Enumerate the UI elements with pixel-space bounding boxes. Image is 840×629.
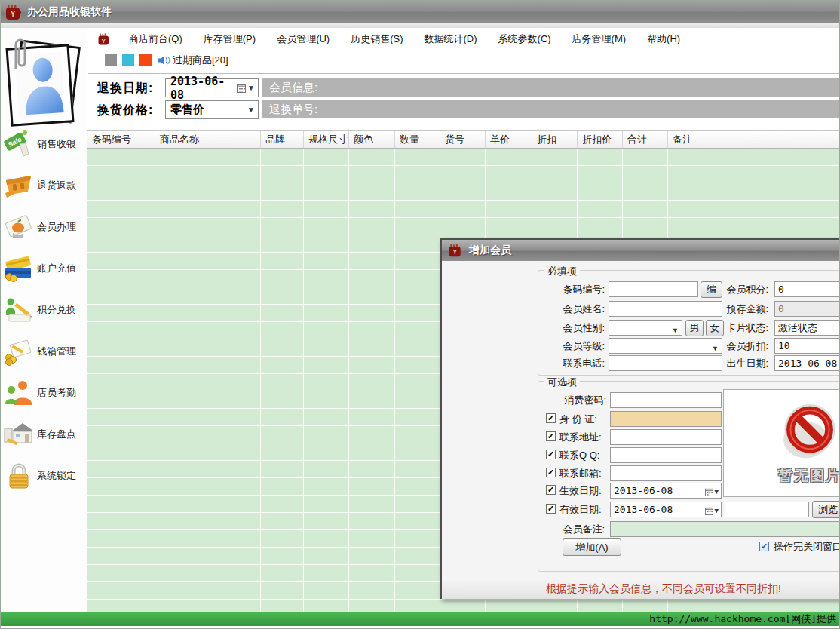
menu-item-system-params[interactable]: 系统参数(C) (491, 30, 559, 48)
card-status-input[interactable]: 激活状态 (774, 320, 840, 336)
member-discount-input[interactable]: 10 (774, 338, 840, 354)
calendar-dropdown-icon[interactable]: ▼ (237, 84, 255, 93)
add-member-button[interactable]: 增加(A) (563, 538, 621, 556)
table-cell (261, 478, 304, 495)
dialog-titlebar[interactable]: Y 增加会员 (442, 240, 840, 261)
table-cell (304, 253, 349, 269)
menu-item-store-manage[interactable]: 店务管理(M) (565, 30, 634, 48)
orange-swatch-icon[interactable] (139, 54, 152, 66)
column-header-3[interactable]: 品牌 (261, 131, 304, 148)
table-cell (87, 443, 155, 460)
calendar-dropdown-icon[interactable]: ▼ (705, 485, 719, 499)
sidebar-item-points-exchange[interactable]: 积分兑换 (2, 290, 86, 330)
member-name-input[interactable] (609, 301, 722, 317)
cyan-swatch-icon[interactable] (122, 54, 134, 66)
column-header-11[interactable]: 合计 (623, 131, 668, 148)
table-cell (304, 391, 349, 408)
sidebar-item-account-recharge[interactable]: 账户充值 (2, 249, 86, 288)
consume-password-input[interactable] (610, 392, 722, 408)
gray-swatch-icon[interactable] (105, 54, 117, 66)
table-cell (349, 218, 395, 235)
window-titlebar[interactable]: Y 办公用品收银软件 (1, 1, 840, 23)
menu-item-members[interactable]: 会员管理(U) (269, 30, 337, 48)
contact-qq-input[interactable] (610, 447, 722, 463)
table-cell (349, 166, 395, 183)
table-row (87, 218, 840, 235)
calendar-dropdown-icon[interactable]: ▼ (705, 504, 719, 518)
table-cell (261, 530, 304, 547)
barcode-input[interactable] (609, 281, 698, 297)
valid-date-label: 有效日期: (559, 502, 602, 517)
table-cell (440, 149, 486, 165)
contact-phone-input[interactable] (609, 355, 722, 371)
table-cell (395, 357, 440, 373)
sidebar-item-stock-check[interactable]: 库存盘点 (2, 415, 86, 454)
member-points-label: 会员积分: (714, 281, 768, 297)
valid-date-input[interactable]: 2013-06-08 ▼ (610, 502, 722, 517)
table-cell (395, 218, 440, 235)
expired-items-label[interactable]: 过期商品[20] (173, 54, 228, 67)
sidebar-item-staff-attendance[interactable]: 店员考勤 (2, 373, 86, 413)
menu-item-statistics[interactable]: 数据统计(D) (417, 30, 485, 48)
column-header-8[interactable]: 单价 (486, 131, 532, 148)
table-cell (395, 166, 440, 183)
column-header-1[interactable]: 条码编号 (87, 131, 155, 148)
column-header-5[interactable]: 颜色 (349, 131, 395, 148)
table-cell (304, 287, 349, 304)
contact-email-input[interactable] (610, 465, 722, 481)
sidebar-item-return-refund[interactable]: 退货返款 (2, 166, 86, 205)
member-level-select[interactable]: ▼ (609, 338, 722, 354)
table-cell (440, 218, 486, 235)
contact-address-input[interactable] (610, 429, 722, 445)
sidebar-item-sales-checkout[interactable]: Sale 销售收银 (2, 124, 86, 164)
table-cell (261, 600, 304, 612)
effective-date-input[interactable]: 2013-06-08 ▼ (610, 483, 722, 499)
column-header-9[interactable]: 折扣 (532, 131, 578, 148)
table-cell (87, 478, 155, 495)
table-cell (668, 149, 713, 165)
effective-date-checkbox[interactable]: ✓ (546, 485, 556, 495)
sidebar-item-member-register[interactable]: 会员办理 (2, 207, 86, 247)
column-header-7[interactable]: 货号 (440, 131, 486, 148)
gender-select[interactable]: ▼ (609, 320, 682, 336)
table-cell (532, 600, 578, 612)
table-cell (87, 253, 155, 269)
system-lock-icon (2, 459, 35, 492)
menu-item-help[interactable]: 帮助(H) (639, 30, 688, 48)
member-points-input[interactable]: 0 (774, 281, 840, 297)
menu-item-sales-history[interactable]: 历史销售(S) (343, 30, 410, 48)
photo-path-input[interactable] (725, 502, 809, 517)
address-checkbox[interactable]: ✓ (546, 431, 556, 441)
birth-date-input[interactable]: 2013-06-08 (774, 355, 840, 371)
close-after-done-checkbox[interactable]: ✓ (759, 542, 769, 551)
menu-item-store-front[interactable]: 商店前台(Q) (121, 30, 190, 48)
return-date-input[interactable]: 2013-06-08 ▼ (165, 78, 259, 97)
id-card-checkbox[interactable]: ✓ (546, 413, 556, 423)
menu-item-inventory[interactable]: 库存管理(P) (196, 30, 263, 48)
valid-date-checkbox[interactable]: ✓ (546, 504, 556, 514)
table-cell (349, 183, 395, 200)
column-header-10[interactable]: 折扣价 (578, 131, 623, 148)
exchange-price-select[interactable]: 零售价 ▼ (165, 100, 259, 119)
column-header-6[interactable]: 数量 (395, 131, 440, 148)
browse-button[interactable]: 浏览 (812, 501, 840, 518)
email-checkbox[interactable]: ✓ (546, 468, 556, 477)
id-card-input[interactable] (610, 411, 722, 427)
qq-checkbox[interactable]: ✓ (546, 450, 556, 459)
column-header-12[interactable]: 备注 (668, 131, 713, 148)
table-cell (87, 530, 155, 547)
male-button[interactable]: 男 (685, 320, 704, 336)
app-logo-icon: Y (5, 3, 23, 21)
sidebar-item-cashbox-manage[interactable]: 钱箱管理 (2, 332, 86, 371)
table-cell (155, 201, 261, 217)
member-remark-label: 会员备注: (555, 521, 605, 537)
column-header-4[interactable]: 规格尺寸 (304, 131, 349, 148)
sidebar-item-system-lock[interactable]: 系统锁定 (2, 456, 86, 496)
table-cell (261, 166, 304, 183)
column-header-2[interactable]: 商品名称 (155, 131, 261, 148)
table-header-row: 条码编号商品名称品牌规格尺寸颜色数量货号单价折扣折扣价合计备注 (87, 130, 840, 149)
gender-label: 会员性别: (538, 320, 605, 336)
table-cell (713, 183, 840, 200)
member-remark-input[interactable] (610, 521, 840, 537)
table-cell (155, 565, 261, 581)
